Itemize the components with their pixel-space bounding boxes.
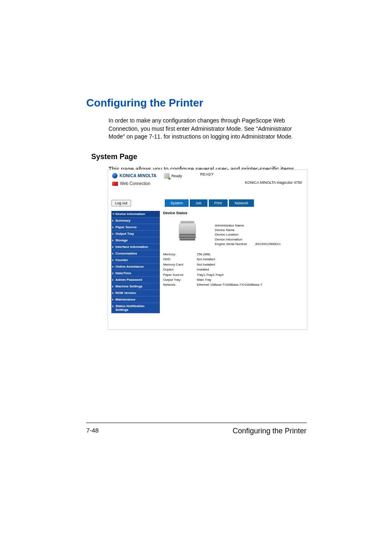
spec-table: Memory:256 (MB) HDD:Not Installed Memory…	[163, 252, 263, 288]
footer-title: Configuring the Printer	[233, 427, 307, 435]
sidebar-item-counter[interactable]: Counter	[111, 257, 160, 264]
sidebar-item-summary[interactable]: Summary	[111, 217, 160, 224]
device-location-label: Device Location	[215, 232, 281, 237]
device-status-title: Device Status	[163, 211, 304, 215]
serial-value: ASVD012900011	[255, 242, 281, 246]
spec-val: Tray1,Tray2,Tray3	[197, 273, 224, 278]
embedded-screenshot: KONICA MINOLTA Web Connection Ready READ…	[108, 169, 307, 330]
sidebar-item-admin-password[interactable]: Admin Password	[111, 277, 160, 283]
webconnection-text: Web Connection	[120, 181, 150, 186]
footer-rule	[86, 423, 307, 423]
section-heading: System Page	[91, 153, 307, 161]
tab-job[interactable]: Job	[190, 199, 208, 207]
main-content: Device Status Administrator Name Device …	[163, 211, 304, 218]
logout-button[interactable]: Log out	[111, 200, 131, 206]
spec-val: Main Tray	[197, 278, 211, 282]
spec-key: Output Tray:	[163, 278, 197, 282]
sidebar-item-maintenance[interactable]: Maintenance	[111, 296, 160, 303]
sidebar-item-online-assistance[interactable]: Online Assistance	[111, 264, 160, 270]
tab-network[interactable]: Network	[229, 199, 254, 207]
printer-status-icon	[164, 173, 170, 179]
spec-key: Memory Card:	[163, 262, 197, 267]
sidebar-item-paper-source[interactable]: Paper Source	[111, 224, 160, 231]
sidebar-item-output-tray[interactable]: Output Tray	[111, 231, 160, 237]
admin-name-label: Administrator Name	[215, 223, 281, 228]
globe-icon	[112, 173, 118, 178]
spec-key: Duplex:	[163, 267, 197, 272]
spec-val: Ethernet 10Base-T/100Base-TX/1000Base-T	[197, 282, 263, 287]
spec-val: Installed	[197, 267, 209, 272]
model-name: KONICA MINOLTA magicolor 4750	[245, 180, 302, 185]
device-info-label: Device Information	[215, 237, 281, 242]
sidebar-item-interface-information[interactable]: Interface Information	[111, 244, 160, 250]
sidebar-item-machine-settings[interactable]: Machine Settings	[111, 283, 160, 290]
sidebar-item-rom-version[interactable]: ROM Version	[111, 290, 160, 296]
tab-system[interactable]: System	[165, 199, 189, 207]
intro-paragraph: In order to make any configuration chang…	[108, 117, 307, 141]
serial-label: Engine Serial Number	[215, 242, 247, 246]
device-info-list: Administrator Name Device Name Device Lo…	[215, 223, 281, 246]
spec-key: HDD:	[163, 257, 197, 262]
spec-key: Paper Source:	[163, 273, 197, 278]
spec-val: 256 (MB)	[197, 252, 210, 257]
spec-key: Memory:	[163, 252, 197, 257]
device-name-label: Device Name	[215, 228, 281, 232]
pagescope-icon	[112, 182, 118, 186]
sidebar: Device Information Summary Paper Source …	[111, 211, 160, 313]
sidebar-item-date-time[interactable]: Date/Time	[111, 270, 160, 277]
spec-val: Not Installed	[197, 262, 215, 267]
spec-val: Not Installed	[197, 257, 215, 262]
sidebar-item-storage[interactable]: Storage	[111, 237, 160, 244]
status-small: Ready	[171, 174, 182, 178]
sidebar-item-status-notification-settings[interactable]: Status Notification Settings	[111, 303, 160, 313]
spec-key: Network:	[163, 282, 197, 287]
brand-text: KONICA MINOLTA	[120, 173, 157, 178]
sidebar-item-device-information[interactable]: Device Information	[111, 211, 160, 217]
sidebar-item-consumables[interactable]: Consumables	[111, 250, 160, 257]
status-big: READY	[200, 172, 214, 176]
page-number: 7-48	[86, 427, 99, 434]
tab-print[interactable]: Print	[209, 199, 228, 207]
page-heading: Configuring the Printer	[86, 97, 307, 109]
printer-image	[175, 221, 199, 241]
